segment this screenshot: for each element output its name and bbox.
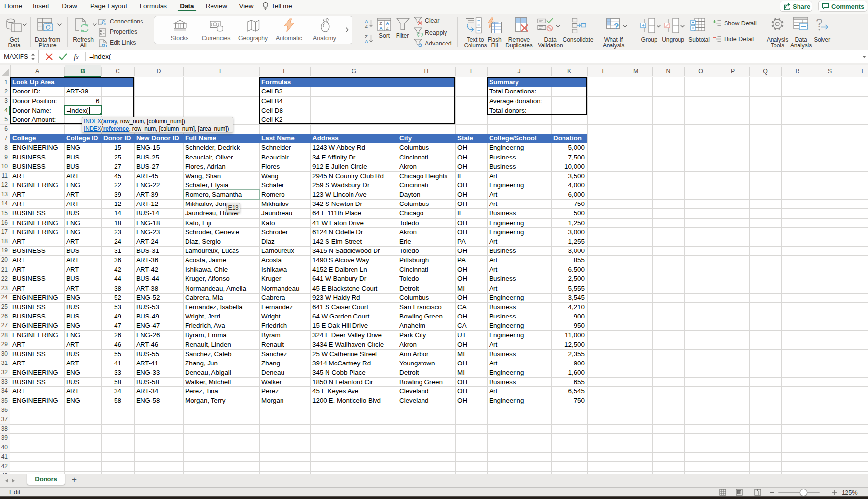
svg-text:?: ? [816,17,822,30]
svg-text:A: A [386,21,389,26]
svg-text:?: ? [614,22,619,31]
svg-text:Z: Z [365,23,368,29]
svg-text:A: A [379,26,383,31]
svg-text:Z: Z [386,26,389,31]
svg-text:A: A [365,39,368,44]
svg-text:Z: Z [379,21,382,26]
